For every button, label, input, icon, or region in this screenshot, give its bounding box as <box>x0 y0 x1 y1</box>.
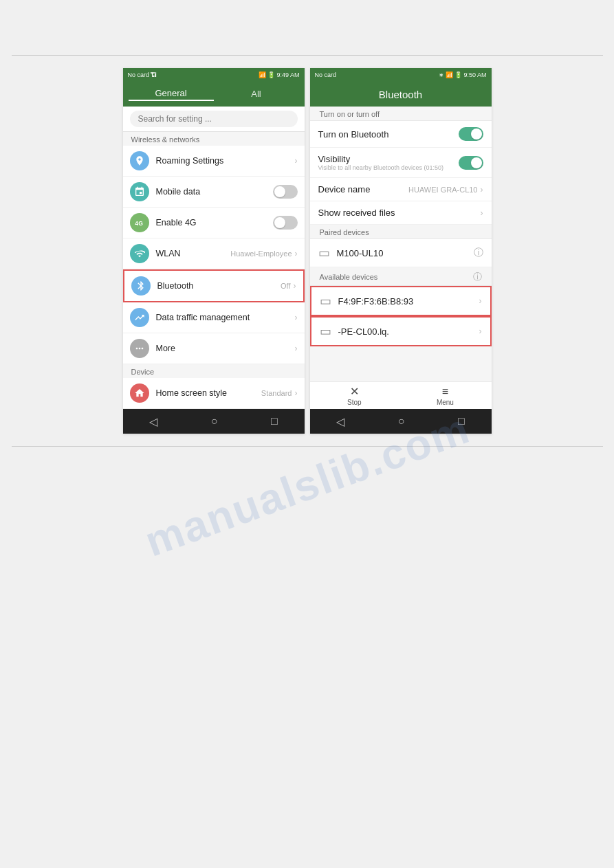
bt-pecl00-device-icon: ▭ <box>320 324 331 339</box>
left-nav-recents[interactable]: □ <box>265 412 283 430</box>
bt-turn-on-label: Turn on Bluetooth <box>318 129 459 140</box>
bt-pecl00-chevron: › <box>479 326 482 336</box>
bluetooth-label: Bluetooth <box>157 281 281 291</box>
bt-item-visibility[interactable]: Visibility Visible to all nearby Bluetoo… <box>310 148 492 178</box>
left-battery-icon: 🔋 <box>267 71 275 78</box>
bt-turn-on-section-label: Turn on or turn off <box>310 107 492 121</box>
menu-label: Menu <box>437 399 454 406</box>
bluetooth-chevron: › <box>294 281 296 291</box>
right-phone: No card ∗ 📶 🔋 9:50 AM Bluetooth Turn on … <box>310 68 492 434</box>
left-no-card: No card <box>128 71 150 78</box>
wlan-value: Huawei-Employee <box>230 249 292 258</box>
more-label: More <box>156 344 295 353</box>
settings-item-data-traffic[interactable]: Data traffic management › <box>123 302 305 333</box>
search-input[interactable] <box>130 111 298 127</box>
mobile-data-icon <box>130 182 149 201</box>
wlan-label: WLAN <box>156 249 231 258</box>
stop-icon: ✕ <box>350 385 359 398</box>
settings-item-roaming[interactable]: Roaming Settings › <box>123 146 305 177</box>
bt-visibility-toggle[interactable] <box>459 156 483 170</box>
bt-device-name-chevron: › <box>481 185 483 194</box>
bt-item-turn-on[interactable]: Turn on Bluetooth <box>310 121 492 148</box>
right-status-left: No card <box>315 71 337 78</box>
enable4g-toggle[interactable] <box>273 216 298 230</box>
left-wifi-icon: 📶 <box>259 71 266 78</box>
bt-pecl00-label: -PE-CL00.lq. <box>338 326 479 337</box>
settings-item-home-screen[interactable]: Home screen style Standard › <box>123 378 305 409</box>
right-wifi-icon: 📶 <box>446 71 453 78</box>
bt-visibility-sublabel: Visible to all nearby Bluetooth devices … <box>318 164 459 171</box>
section-wireless-label: Wireless & networks <box>123 132 305 146</box>
bottom-divider <box>12 446 603 447</box>
bt-available-section-label: Available devices ⓘ <box>310 267 492 286</box>
settings-item-wlan[interactable]: WLAN Huawei-Employee › <box>123 238 305 269</box>
bt-title-bar: Bluetooth <box>310 82 492 107</box>
data-traffic-icon <box>130 308 149 327</box>
bt-paired-section-label: Paired devices <box>310 225 492 239</box>
right-nav-home[interactable]: ○ <box>393 412 410 430</box>
left-signal-icons: 📶︎ <box>151 71 157 78</box>
bt-menu-button[interactable]: ≡ Menu <box>437 386 454 406</box>
search-bar <box>123 107 305 132</box>
left-phone: No card 📶︎ 📶 🔋 9:49 AM General All Wirel <box>123 68 305 434</box>
right-nav-back[interactable]: ◁ <box>331 412 350 431</box>
enable4g-label: Enable 4G <box>156 218 273 227</box>
right-nav-bar: ◁ ○ □ <box>310 409 492 434</box>
tab-bar: General All <box>123 82 305 107</box>
right-time: 9:50 AM <box>463 71 486 78</box>
bluetooth-value: Off <box>281 282 290 290</box>
right-status-bar: No card ∗ 📶 🔋 9:50 AM <box>310 68 492 82</box>
right-nav-recents[interactable]: □ <box>452 412 470 430</box>
tab-general[interactable]: General <box>129 88 214 101</box>
bt-fa9f-label: F4:9F:F3:6B:B8:93 <box>338 296 479 307</box>
bt-device-name-value: HUAWEI GRA-CL10 <box>408 186 477 194</box>
left-nav-back[interactable]: ◁ <box>144 412 163 431</box>
home-screen-icon <box>130 383 149 403</box>
settings-item-bluetooth[interactable]: Bluetooth Off › <box>123 269 305 302</box>
mobile-data-toggle-thumb <box>274 186 285 197</box>
bt-item-m100[interactable]: ▭ M100-UL10 ⓘ <box>310 239 492 267</box>
bt-device-name-label: Device name <box>318 184 409 194</box>
bt-show-received-label: Show received files <box>318 208 481 218</box>
mobile-data-toggle[interactable] <box>273 185 298 199</box>
mobile-data-label: Mobile data <box>156 187 273 197</box>
data-traffic-label: Data traffic management <box>156 313 295 322</box>
bt-available-info-icon[interactable]: ⓘ <box>473 271 482 283</box>
right-no-card: No card <box>315 71 337 78</box>
settings-item-mobile-data[interactable]: Mobile data <box>123 177 305 208</box>
enable4g-toggle-thumb <box>274 217 285 228</box>
left-time: 9:49 AM <box>276 71 299 78</box>
roaming-icon <box>130 151 149 170</box>
home-screen-value: Standard <box>261 389 292 397</box>
stop-label: Stop <box>347 399 362 406</box>
bt-item-fa9f[interactable]: ▭ F4:9F:F3:6B:B8:93 › <box>310 286 492 316</box>
right-phone-spacer <box>310 346 492 381</box>
bt-m100-info-icon[interactable]: ⓘ <box>474 247 483 259</box>
bt-item-show-received[interactable]: Show received files › <box>310 201 492 225</box>
bt-stop-button[interactable]: ✕ Stop <box>347 385 362 406</box>
left-status-bar: No card 📶︎ 📶 🔋 9:49 AM <box>123 68 305 82</box>
right-bt-icon: ∗ <box>439 71 444 78</box>
more-icon <box>130 339 149 358</box>
bluetooth-icon <box>131 276 151 296</box>
bt-item-pecl00[interactable]: ▭ -PE-CL00.lq. › <box>310 316 492 346</box>
settings-item-more[interactable]: More › <box>123 333 305 364</box>
roaming-chevron: › <box>295 156 298 166</box>
left-nav-home[interactable]: ○ <box>206 412 223 430</box>
roaming-label: Roaming Settings <box>156 156 295 166</box>
bt-turn-on-toggle[interactable] <box>459 127 483 141</box>
wlan-icon <box>130 244 149 263</box>
bt-visibility-label: Visibility <box>318 154 459 164</box>
menu-icon: ≡ <box>442 386 448 398</box>
left-status-left: No card 📶︎ <box>128 71 157 78</box>
enable4g-icon: 4G <box>130 213 149 232</box>
data-traffic-chevron: › <box>295 313 298 322</box>
tab-all[interactable]: All <box>214 89 299 100</box>
bt-visibility-toggle-thumb <box>471 157 482 168</box>
bt-action-bar: ✕ Stop ≡ Menu <box>310 381 492 409</box>
section-device-label: Device <box>123 364 305 378</box>
bt-item-device-name[interactable]: Device name HUAWEI GRA-CL10 › <box>310 178 492 201</box>
settings-item-enable4g[interactable]: 4G Enable 4G <box>123 208 305 238</box>
bt-turn-on-toggle-thumb <box>471 129 482 140</box>
left-nav-bar: ◁ ○ □ <box>123 409 305 434</box>
